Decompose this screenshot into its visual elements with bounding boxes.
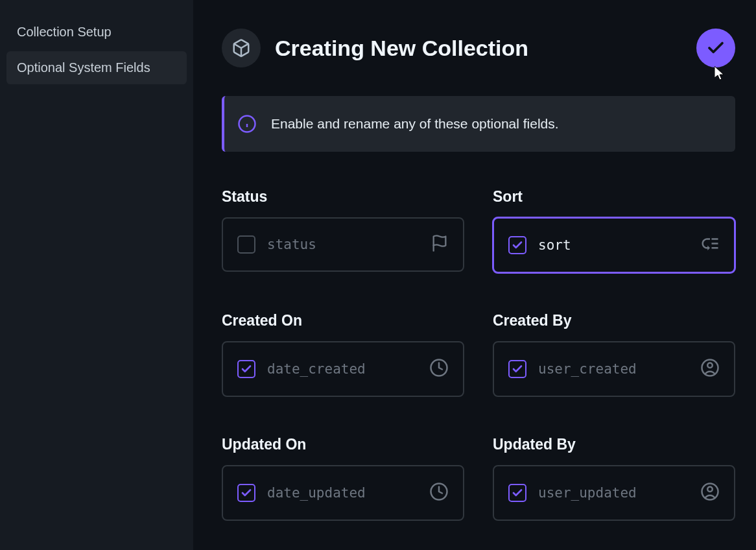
checkbox-created-on[interactable]	[237, 360, 255, 378]
field-box-sort[interactable]: sort	[493, 217, 735, 273]
field-label: Updated On	[222, 436, 464, 453]
person-icon	[700, 358, 720, 380]
field-placeholder: user_updated	[538, 485, 689, 501]
person-icon	[700, 482, 720, 504]
checkbox-updated-on[interactable]	[237, 484, 255, 502]
svg-point-10	[707, 487, 713, 492]
sidebar-item-optional-system-fields[interactable]: Optional System Fields	[6, 51, 187, 84]
checkbox-status[interactable]	[237, 235, 255, 254]
field-created-by: Created By user_created	[493, 312, 735, 397]
low-priority-icon	[700, 234, 720, 256]
confirm-button[interactable]	[696, 29, 735, 67]
field-updated-on: Updated On date_updated	[222, 436, 464, 521]
info-text: Enable and rename any of these optional …	[271, 116, 559, 132]
info-banner: Enable and rename any of these optional …	[222, 96, 735, 152]
field-label: Status	[222, 188, 464, 206]
field-box-updated-by[interactable]: user_updated	[493, 465, 735, 521]
field-placeholder: date_created	[267, 361, 418, 377]
field-box-created-by[interactable]: user_created	[493, 341, 735, 397]
field-placeholder: sort	[538, 237, 689, 253]
page-title: Creating New Collection	[275, 36, 682, 61]
fields-grid: Status status Sort	[222, 188, 735, 521]
field-updated-by: Updated By user_updated	[493, 436, 735, 521]
info-icon	[237, 114, 257, 134]
sidebar-item-collection-setup[interactable]: Collection Setup	[6, 16, 187, 49]
field-placeholder: date_updated	[267, 485, 418, 501]
main-content: Creating New Collection Enable and renam…	[193, 0, 756, 550]
sidebar: Collection Setup Optional System Fields	[0, 0, 193, 550]
field-box-updated-on[interactable]: date_updated	[222, 465, 464, 521]
field-label: Created By	[493, 312, 735, 329]
sidebar-item-label: Collection Setup	[17, 25, 112, 39]
header: Creating New Collection	[222, 29, 735, 67]
field-label: Created On	[222, 312, 464, 329]
check-icon	[706, 38, 726, 58]
checkbox-created-by[interactable]	[508, 360, 526, 378]
field-placeholder: user_created	[538, 361, 689, 377]
checkbox-updated-by[interactable]	[508, 484, 526, 502]
field-created-on: Created On date_created	[222, 312, 464, 397]
sidebar-item-label: Optional System Fields	[17, 60, 150, 75]
field-box-created-on[interactable]: date_created	[222, 341, 464, 397]
field-label: Updated By	[493, 436, 735, 453]
flag-icon	[431, 234, 449, 255]
field-placeholder: status	[267, 237, 419, 252]
checkbox-sort[interactable]	[508, 236, 526, 254]
svg-point-7	[707, 363, 713, 368]
collection-icon	[222, 29, 261, 67]
field-label: Sort	[493, 188, 735, 206]
clock-icon	[429, 482, 449, 504]
field-status: Status status	[222, 188, 464, 273]
field-box-status[interactable]: status	[222, 217, 464, 272]
field-sort: Sort sort	[493, 188, 735, 273]
cursor-icon	[715, 66, 727, 82]
clock-icon	[429, 358, 449, 380]
